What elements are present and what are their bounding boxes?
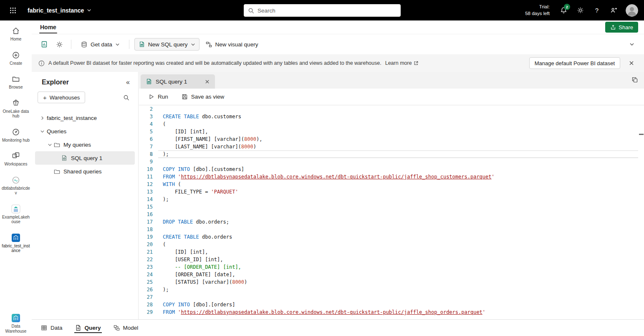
code-line-21[interactable]: 21 [ID] [int], <box>139 248 644 256</box>
code-line-10[interactable]: 10COPY INTO [dbo].[customers] <box>139 165 644 173</box>
code-line-17[interactable]: 17DROP TABLE dbo.orders; <box>139 218 644 226</box>
settings-button[interactable] <box>573 3 587 18</box>
nav-rail-item-onelake-data-hub[interactable]: OneLake data hub <box>0 99 32 119</box>
manage-default-dataset-button[interactable]: Manage default Power BI dataset <box>529 57 620 69</box>
nav-rail-item-home[interactable]: Home <box>0 26 32 42</box>
learn-more-link[interactable]: Learn more <box>385 60 419 66</box>
share-button[interactable]: Share <box>605 22 638 33</box>
code-text: ); <box>158 286 644 293</box>
code-line-14[interactable]: 14); <box>139 196 644 203</box>
collapse-explorer-button[interactable]: « <box>124 79 132 86</box>
nav-rail-item-examplelakehouse[interactable]: ExampleLakehouse <box>0 204 32 224</box>
view-tab-model[interactable]: Model <box>109 320 144 336</box>
new-sql-query-button[interactable]: New SQL query <box>134 38 200 51</box>
workspace-title[interactable]: fabric_test_instance <box>28 7 91 14</box>
tree-item-shared-queries[interactable]: Shared queries <box>35 165 135 178</box>
avatar-icon <box>626 4 638 17</box>
nav-rail-item-browse[interactable]: Browse <box>0 74 32 90</box>
report-button[interactable] <box>38 38 51 51</box>
ribbon-toolbar: Get data New SQL query New visual query <box>32 34 644 54</box>
waffle-menu-button[interactable] <box>6 3 20 18</box>
get-data-button[interactable]: Get data <box>76 38 124 51</box>
view-tab-query[interactable]: Query <box>70 320 106 336</box>
new-visual-query-button[interactable]: New visual query <box>201 38 263 51</box>
code-line-26[interactable]: 26); <box>139 286 644 293</box>
account-avatar[interactable] <box>626 4 638 17</box>
global-search <box>244 4 401 17</box>
nav-rail-item-fabric-test-instance[interactable]: fabric_test_instance <box>0 233 32 253</box>
trial-status: Trial: 58 days left <box>525 4 550 17</box>
code-line-2[interactable]: 2 <box>139 105 644 113</box>
code-text <box>158 105 644 113</box>
code-line-23[interactable]: 23 -- [ORDER_DATE] [int], <box>139 263 644 271</box>
code-line-12[interactable]: 12WITH ( <box>139 181 644 188</box>
code-line-8[interactable]: 8); <box>139 150 644 158</box>
nav-rail-item-create[interactable]: Create <box>0 51 32 66</box>
code-line-13[interactable]: 13 FILE_TYPE = 'PARQUET' <box>139 188 644 196</box>
collapse-ribbon-button[interactable] <box>626 38 638 51</box>
feedback-button[interactable] <box>606 3 621 18</box>
nav-rail-item-data-warehouse[interactable]: Data Warehouse <box>0 313 32 333</box>
code-line-3[interactable]: 3CREATE TABLE dbo.customers <box>139 113 644 120</box>
chevron-right-icon[interactable] <box>38 116 46 120</box>
tab-label: SQL query 1 <box>156 79 187 85</box>
code-line-19[interactable]: 19CREATE TABLE dbo.orders <box>139 233 644 241</box>
tree-item-queries[interactable]: Queries <box>35 125 135 138</box>
close-icon <box>629 61 634 66</box>
tree-item-sql-query-1[interactable]: SQL query 1 <box>35 151 135 165</box>
code-line-29[interactable]: 29FROM 'https://dbtlabsynapsedatalake.bl… <box>139 308 644 316</box>
tree-item-fabric-test-instance[interactable]: fabric_test_instance <box>35 111 135 125</box>
code-text: [ORDER_DATE] [date], <box>158 271 644 278</box>
code-line-11[interactable]: 11FROM 'https://dbtlabsynapsedatalake.bl… <box>139 173 644 181</box>
chevron-down-icon[interactable] <box>46 143 53 147</box>
code-line-15[interactable]: 15 <box>139 203 644 211</box>
code-line-22[interactable]: 22 [USER_ID] [int], <box>139 256 644 263</box>
sql-query-icon <box>146 78 152 85</box>
help-button[interactable]: ? <box>590 3 604 18</box>
settings-toolbar-button[interactable] <box>53 38 66 51</box>
view-tab-data[interactable]: Data <box>36 320 68 336</box>
code-line-16[interactable]: 16 <box>139 211 644 218</box>
code-line-28[interactable]: 28COPY INTO [dbo].[orders] <box>139 301 644 308</box>
explorer-search-button[interactable] <box>120 91 132 104</box>
nav-rail-item-dbtlabsfabricdev[interactable]: dbtlabsfabricdev <box>0 176 32 196</box>
code-text: [USER_ID] [int], <box>158 256 644 263</box>
nav-rail-item-label: Workspaces <box>5 162 28 167</box>
banner-message: A default Power BI dataset for faster re… <box>48 60 381 66</box>
sql-code-editor[interactable]: 23CREATE TABLE dbo.customers4(5 [ID] [in… <box>139 105 644 319</box>
save-as-view-button[interactable]: Save as view <box>177 92 229 102</box>
code-line-25[interactable]: 25 [STATUS] [varchar](8000) <box>139 278 644 286</box>
code-line-7[interactable]: 7 [LAST_NAME] [varchar](8000) <box>139 143 644 150</box>
notifications-button[interactable]: 2 <box>556 3 571 18</box>
scrollbar-marker[interactable] <box>639 134 644 135</box>
code-line-9[interactable]: 9 <box>139 158 644 165</box>
code-line-24[interactable]: 24 [ORDER_DATE] [date], <box>139 271 644 278</box>
tree-item-my-queries[interactable]: My queries <box>35 138 135 151</box>
nav-rail-item-workspaces[interactable]: Workspaces <box>0 151 32 167</box>
line-number: 3 <box>139 113 158 120</box>
view-switcher-bar: Data Query Model <box>32 319 644 336</box>
banner-close-button[interactable] <box>626 57 637 69</box>
copy-icon[interactable] <box>631 76 638 83</box>
code-line-6[interactable]: 6 [FIRST_NAME] [varchar](8000), <box>139 135 644 143</box>
chevron-down-icon[interactable] <box>38 129 46 134</box>
toolbar-divider <box>71 40 71 49</box>
nav-rail-item-label: Create <box>10 61 22 66</box>
code-text: COPY INTO [dbo].[customers] <box>158 165 644 173</box>
code-line-4[interactable]: 4( <box>139 120 644 128</box>
code-line-5[interactable]: 5 [ID] [int], <box>139 128 644 135</box>
line-number: 5 <box>139 128 158 135</box>
search-input[interactable] <box>258 8 397 14</box>
line-number: 20 <box>139 241 158 248</box>
play-icon <box>148 94 154 100</box>
run-button[interactable]: Run <box>144 92 172 102</box>
tab-sql-query-1[interactable]: SQL query 1 <box>141 74 215 89</box>
close-tab-icon[interactable] <box>204 78 211 85</box>
code-line-18[interactable]: 18 <box>139 226 644 233</box>
code-line-27[interactable]: 27 <box>139 293 644 301</box>
tab-home[interactable]: Home <box>35 20 61 34</box>
line-number: 27 <box>139 293 158 301</box>
nav-rail-item-monitoring-hub[interactable]: Monitoring hub <box>0 127 32 143</box>
add-warehouses-button[interactable]: + Warehouses <box>38 92 85 103</box>
code-line-20[interactable]: 20( <box>139 241 644 248</box>
